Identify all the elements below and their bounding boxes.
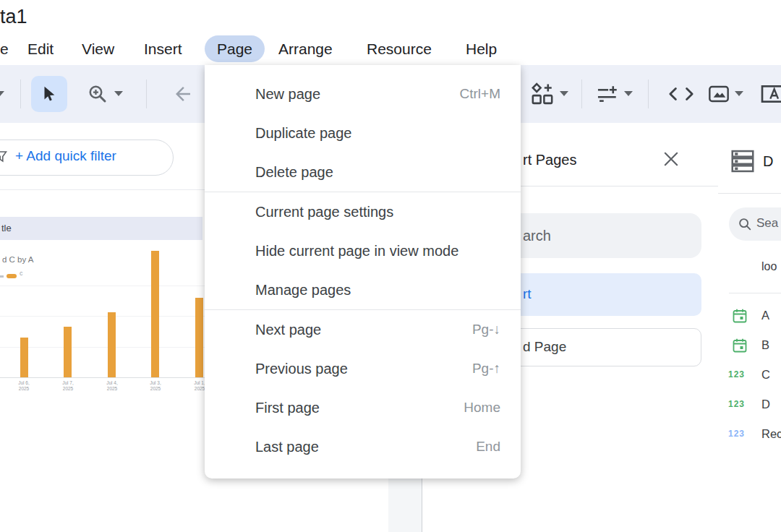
zoom-caret-icon[interactable] — [114, 91, 123, 96]
menu-item-duplicate-page[interactable]: Duplicate page — [205, 113, 521, 153]
data-panel-icon — [729, 147, 756, 176]
bar — [108, 312, 116, 377]
add-chart-icon — [530, 82, 555, 106]
menu-edit[interactable]: Edit — [27, 33, 54, 65]
add-control-caret-icon[interactable] — [624, 91, 633, 96]
field-row-c[interactable]: 123 C — [718, 365, 781, 387]
x-axis-line — [0, 377, 217, 378]
bar — [64, 327, 72, 377]
pages-search-placeholder: arch — [523, 228, 551, 244]
x-tick-label: Jul 6,2025 — [9, 380, 38, 392]
menu-help[interactable]: Help — [466, 33, 497, 65]
bar — [195, 298, 203, 377]
menu-file-partial[interactable]: e — [0, 33, 9, 65]
field-label: C — [761, 368, 770, 382]
close-panel-button[interactable] — [661, 149, 683, 171]
menu-item-next-page[interactable]: Next page Pg-↓ — [205, 310, 521, 349]
menu-arrange[interactable]: Arrange — [278, 33, 333, 65]
code-icon — [665, 85, 697, 103]
back-arrow-icon — [172, 83, 194, 105]
menu-item-manage-pages[interactable]: Manage pages — [205, 270, 521, 309]
report-pages-title: rt Pages — [523, 152, 576, 168]
add-page-label: d Page — [523, 339, 566, 355]
toolbar-separator — [20, 80, 21, 108]
number-type-icon: 123 — [728, 399, 745, 409]
select-tool-button[interactable] — [31, 76, 67, 112]
field-row-d[interactable]: 123 D — [718, 395, 781, 416]
bar — [151, 251, 159, 377]
calendar-icon — [731, 337, 748, 354]
add-control-button[interactable] — [594, 82, 619, 109]
data-source-name[interactable]: loo — [761, 260, 777, 273]
menu-resource[interactable]: Resource — [367, 33, 432, 65]
add-quick-filter-button[interactable]: + Add quick filter — [0, 140, 174, 176]
menu-page-active[interactable]: Page — [205, 35, 265, 62]
toolbar-separator — [146, 80, 147, 108]
embed-code-button[interactable] — [665, 85, 697, 106]
x-tick-label: Jul 3,2025 — [141, 380, 170, 392]
bar — [20, 338, 28, 377]
menu-item-last-page[interactable]: Last page End — [205, 427, 521, 466]
calendar-icon — [731, 307, 748, 325]
x-tick-label: Jul 4,2025 — [98, 380, 127, 392]
image-caret-icon[interactable] — [735, 91, 743, 96]
legend-swatch — [7, 274, 17, 278]
chart-plot-area: Jul 6,2025 Jul 7,2025 Jul 4,2025 Jul 3,2… — [0, 286, 217, 378]
zoom-tool-button[interactable] — [87, 83, 108, 108]
menu-item-new-page[interactable]: New page Ctrl+M — [205, 74, 521, 113]
data-panel-title: D — [763, 153, 773, 170]
text-box-button[interactable] — [761, 82, 781, 108]
title-bar: ta1 — [0, 0, 781, 33]
add-chart-caret-icon[interactable] — [560, 91, 568, 96]
data-panel-divider — [718, 193, 781, 194]
field-label: A — [761, 309, 769, 322]
data-panel: D Sea loo A B — [718, 123, 781, 532]
search-icon — [737, 216, 753, 232]
filter-funnel-icon — [0, 150, 7, 163]
selected-page-label: rt — [523, 286, 532, 302]
menu-insert[interactable]: Insert — [144, 33, 182, 65]
field-row-b[interactable]: B — [718, 335, 781, 357]
page-dropdown-menu: New page Ctrl+M Duplicate page Delete pa… — [205, 65, 521, 479]
field-label: B — [761, 338, 769, 352]
toolbar-left-caret-icon[interactable] — [0, 91, 4, 96]
menu-item-previous-page[interactable]: Previous page Pg-↑ — [205, 349, 521, 388]
image-icon — [707, 82, 730, 106]
number-type-icon-auto: 123 — [728, 429, 745, 439]
legend-label: c — [20, 270, 23, 277]
add-chart-button[interactable] — [530, 82, 555, 109]
quick-filter-divider — [0, 189, 205, 190]
add-quick-filter-label: + Add quick filter — [15, 148, 116, 164]
field-label: Rec — [761, 427, 781, 441]
fields-search-input[interactable]: Sea — [729, 207, 781, 241]
field-row-record-count[interactable]: 123 Rec — [718, 424, 781, 446]
x-tick-label: Jul 7,2025 — [54, 380, 82, 392]
text-box-icon — [761, 82, 781, 106]
field-label: D — [761, 398, 770, 411]
menu-view[interactable]: View — [82, 33, 114, 65]
gridline — [0, 286, 217, 286]
legend-fragment — [0, 275, 4, 278]
source-divider — [729, 293, 781, 293]
menu-item-delete-page[interactable]: Delete page — [205, 153, 521, 192]
chart-title-fragment: d C by A — [2, 255, 33, 264]
back-button[interactable] — [172, 83, 194, 108]
report-title[interactable]: ta1 — [0, 6, 27, 28]
menu-item-current-page-settings[interactable]: Current page settings — [205, 192, 521, 231]
insert-image-button[interactable] — [707, 82, 730, 108]
chart-header-band: tle — [0, 217, 202, 240]
close-icon — [661, 149, 681, 169]
menu-item-hide-current-page[interactable]: Hide current page in view mode — [205, 231, 521, 270]
number-type-icon: 123 — [728, 369, 745, 379]
toolbar-separator — [581, 80, 582, 108]
field-row-a[interactable]: A — [718, 306, 781, 327]
fields-search-placeholder: Sea — [756, 216, 778, 231]
toolbar-separator — [648, 80, 649, 108]
menu-bar: e Edit View Insert Page Arrange Resource… — [0, 33, 781, 65]
zoom-in-icon — [87, 83, 108, 105]
looker-studio-window: ta1 e Edit View Insert Page Arrange Reso… — [0, 0, 781, 532]
menu-item-first-page[interactable]: First page Home — [205, 388, 521, 427]
cursor-icon — [40, 85, 59, 103]
add-control-icon — [594, 82, 619, 106]
